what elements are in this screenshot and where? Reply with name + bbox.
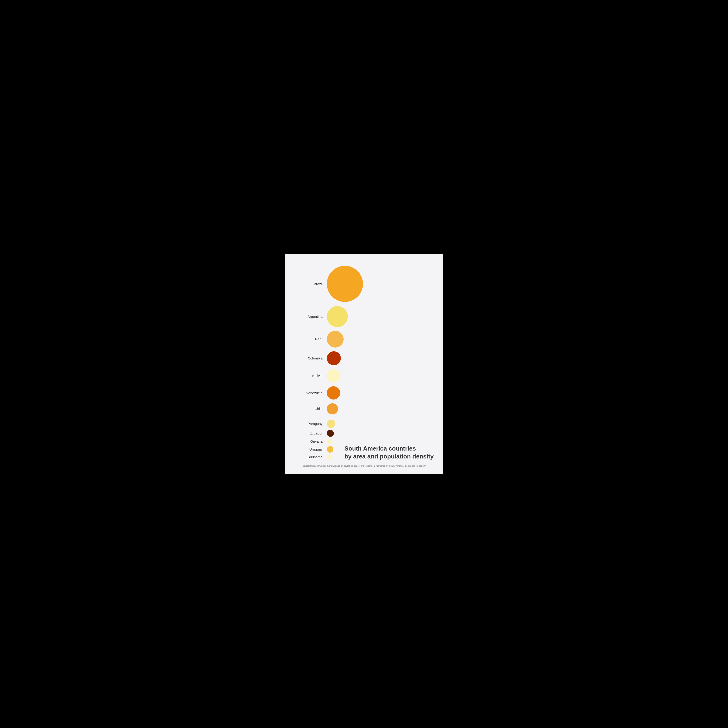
chart-title: South America countriesby area and popul… <box>344 445 434 460</box>
country-label: Guyana <box>294 439 327 444</box>
country-label: Paraguay <box>294 422 327 426</box>
country-row: Bolivia <box>294 367 434 384</box>
country-row: Colombia <box>294 349 434 367</box>
bubble-ecuador <box>327 430 334 437</box>
bubble-container <box>327 351 341 365</box>
bubble-container <box>327 439 332 444</box>
country-label: Suriname <box>294 455 327 459</box>
bubble-brazil <box>327 266 363 302</box>
bubble-colombia <box>327 351 341 365</box>
bubble-container <box>327 386 340 399</box>
bubble-container <box>327 306 348 327</box>
bubble-uruguay <box>327 446 333 453</box>
small-rows: ParaguayEcuadorGuyanaUruguaySuriname <box>294 419 335 460</box>
bubble-container <box>327 419 335 428</box>
bubble-venezuela <box>327 386 340 399</box>
country-row: Peru <box>294 329 434 349</box>
country-row: Suriname <box>294 454 335 460</box>
bubble-suriname <box>327 454 332 460</box>
country-row: Argentina <box>294 304 434 329</box>
bubble-guyana <box>327 439 332 444</box>
bubble-container <box>327 331 344 347</box>
bubble-paraguay <box>327 419 335 428</box>
country-label: Uruguay <box>294 447 327 451</box>
bubble-bolivia <box>327 369 340 382</box>
bubble-peru <box>327 331 344 347</box>
bubble-container <box>327 430 334 437</box>
country-row: Paraguay <box>294 419 335 429</box>
country-label: Venezuela <box>294 391 327 395</box>
chart-card: BrazilArgentinaPeruColombiaBoliviaVenezu… <box>285 254 444 474</box>
country-label: Ecuador <box>294 431 327 435</box>
bubble-container <box>327 446 333 453</box>
country-label: Bolivia <box>294 374 327 378</box>
country-row: Chile <box>294 401 434 416</box>
country-row: Ecuador <box>294 429 335 438</box>
chart-title-block: South America countriesby area and popul… <box>340 445 434 460</box>
country-row: Uruguay <box>294 445 335 454</box>
country-label: Peru <box>294 337 327 341</box>
country-row: Brazil <box>294 263 434 304</box>
bottom-section: ParaguayEcuadorGuyanaUruguaySurinameSout… <box>294 419 434 460</box>
bubble-container <box>327 454 332 460</box>
country-row: Venezuela <box>294 384 434 401</box>
country-label: Brazil <box>294 282 327 286</box>
country-label: Chile <box>294 407 327 411</box>
country-label: Argentina <box>294 315 327 318</box>
bubble-argentina <box>327 306 348 327</box>
bubble-container <box>327 369 340 382</box>
chart-area: BrazilArgentinaPeruColombiaBoliviaVenezu… <box>294 263 434 460</box>
bubble-container <box>327 266 363 302</box>
source-text: Source: https://en.wikipedia.org/wiki/Li… <box>294 465 434 467</box>
bubble-container <box>327 403 338 414</box>
country-label: Colombia <box>294 356 327 360</box>
country-row: Guyana <box>294 438 335 445</box>
bubble-chile <box>327 403 338 414</box>
